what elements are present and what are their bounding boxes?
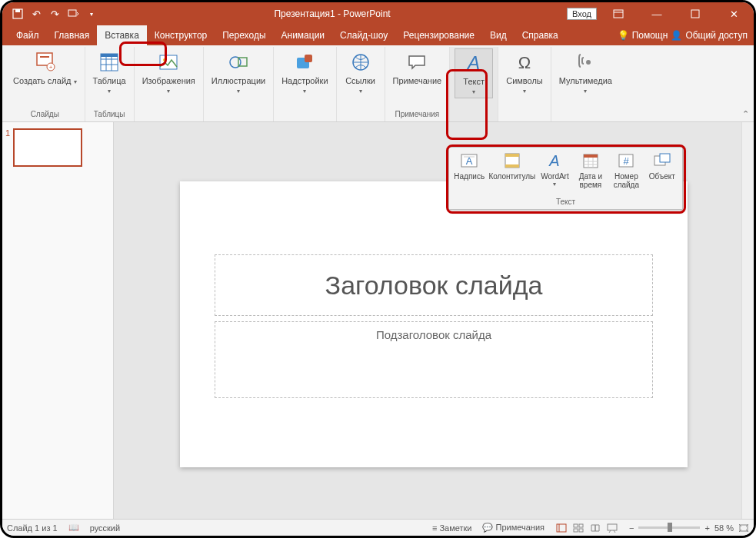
collapse-ribbon-icon[interactable]: ⌃	[742, 109, 749, 119]
header-footer-icon	[502, 151, 522, 171]
svg-rect-3	[614, 10, 623, 18]
links-button[interactable]: Ссылки▾	[341, 48, 380, 97]
close-icon[interactable]: ✕	[717, 3, 751, 25]
lightbulb-icon: 💡	[618, 30, 629, 41]
table-button[interactable]: Таблица▾	[90, 48, 129, 97]
titlebar: ↶ ↷ ▾ Презентация1 - PowerPoint Вход — ✕	[2, 2, 754, 25]
object-button[interactable]: Объект	[645, 149, 679, 196]
slides-group-label: Слайды	[31, 110, 59, 120]
normal-view-icon[interactable]	[555, 523, 568, 533]
notes-button[interactable]: ≡ Заметки	[432, 523, 472, 533]
textbox-button[interactable]: A Надпись	[452, 149, 486, 196]
date-time-button[interactable]: Дата и время	[574, 149, 608, 196]
comments-group-label: Примечания	[395, 110, 440, 120]
tab-design[interactable]: Конструктор	[147, 25, 215, 45]
images-button[interactable]: Изображения▾	[139, 48, 198, 97]
svg-rect-31	[505, 164, 519, 168]
svg-text:A: A	[549, 152, 560, 169]
redo-icon[interactable]: ↷	[48, 8, 61, 20]
fit-to-window-icon[interactable]	[738, 523, 749, 533]
svg-rect-48	[579, 529, 583, 532]
slide-number-button[interactable]: # Номер слайда	[609, 149, 643, 196]
zoom-control: − + 58 %	[629, 523, 749, 533]
svg-text:+: +	[49, 64, 53, 71]
svg-rect-21	[305, 55, 312, 62]
svg-rect-45	[574, 524, 578, 527]
title-placeholder[interactable]: Заголовок слайда	[215, 254, 653, 316]
start-from-beginning-icon[interactable]	[67, 8, 79, 20]
svg-point-25	[586, 60, 591, 65]
tab-transitions[interactable]: Переходы	[215, 25, 273, 45]
share-icon: 👤	[671, 30, 682, 41]
media-button[interactable]: Мультимедиа▾	[556, 48, 615, 97]
ribbon: + Создать слайд ▾ Слайды Таблица▾ Таблиц…	[2, 45, 754, 122]
window-title: Презентация1 - PowerPoint	[98, 8, 567, 19]
addins-icon	[292, 50, 317, 75]
tellme-button[interactable]: 💡Помощн	[618, 30, 668, 41]
tab-review[interactable]: Рецензирование	[395, 25, 482, 45]
links-icon	[348, 50, 373, 75]
maximize-icon[interactable]	[678, 3, 712, 25]
tab-help[interactable]: Справка	[515, 25, 566, 45]
date-time-icon	[581, 151, 601, 171]
slide-thumbnail-1[interactable]	[13, 128, 82, 167]
svg-rect-1	[15, 9, 20, 12]
save-icon[interactable]	[12, 8, 24, 20]
ribbon-display-options-icon[interactable]	[601, 3, 635, 25]
share-button[interactable]: 👤Общий доступ	[671, 30, 748, 41]
symbols-button[interactable]: Ω Символы▾	[503, 48, 546, 97]
svg-text:#: #	[624, 155, 630, 167]
tab-file[interactable]: Файл	[8, 25, 47, 45]
tab-animations[interactable]: Анимации	[274, 25, 333, 45]
tab-home[interactable]: Главная	[47, 25, 98, 45]
zoom-in-button[interactable]: +	[704, 523, 709, 533]
zoom-level[interactable]: 58 %	[714, 523, 734, 533]
symbols-icon: Ω	[512, 50, 537, 75]
new-slide-button[interactable]: + Создать слайд ▾	[10, 48, 80, 88]
qat-customize-icon[interactable]: ▾	[85, 8, 98, 20]
zoom-out-button[interactable]: −	[629, 523, 634, 533]
object-icon	[652, 151, 672, 171]
svg-rect-49	[608, 524, 617, 530]
illustrations-button[interactable]: Иллюстрации▾	[208, 48, 268, 97]
svg-text:A: A	[466, 52, 480, 73]
wordart-button[interactable]: A WordArt▾	[538, 149, 571, 196]
subtitle-placeholder[interactable]: Подзаголовок слайда	[215, 321, 653, 398]
tab-view[interactable]: Вид	[482, 25, 515, 45]
wordart-icon: A	[545, 151, 565, 171]
spellcheck-icon[interactable]: 📖	[68, 523, 79, 533]
svg-rect-2	[68, 10, 76, 16]
svg-rect-15	[101, 54, 118, 57]
comment-button[interactable]: Примечание	[390, 48, 445, 87]
signin-button[interactable]: Вход	[567, 8, 597, 20]
slide-number-icon: #	[616, 151, 636, 171]
tables-group-label: Таблицы	[94, 110, 125, 120]
thumbnail-number: 1	[5, 128, 10, 138]
textbox-icon: A	[459, 151, 479, 171]
text-flyout: A Надпись Колонтитулы A WordArt▾ Дата и …	[448, 147, 683, 210]
reading-view-icon[interactable]	[589, 523, 601, 533]
slide-count[interactable]: Слайд 1 из 1	[7, 523, 58, 533]
media-icon	[573, 50, 598, 75]
addins-button[interactable]: Надстройки▾	[278, 48, 331, 97]
undo-icon[interactable]: ↶	[30, 8, 42, 20]
tab-insert[interactable]: Вставка	[97, 25, 147, 45]
svg-point-17	[163, 58, 166, 61]
vertical-scrollbar[interactable]	[741, 122, 754, 519]
text-button[interactable]: A Текст▾	[455, 48, 493, 98]
svg-rect-7	[40, 56, 49, 58]
svg-rect-46	[579, 524, 583, 527]
illustrations-icon	[226, 50, 251, 75]
svg-rect-30	[505, 154, 519, 157]
header-footer-button[interactable]: Колонтитулы	[488, 149, 536, 196]
svg-rect-47	[574, 529, 578, 532]
language-indicator[interactable]: русский	[90, 523, 120, 533]
svg-rect-42	[660, 154, 670, 162]
comments-button[interactable]: 💬 Примечания	[482, 523, 545, 533]
slideshow-view-icon[interactable]	[606, 523, 618, 533]
minimize-icon[interactable]: —	[640, 3, 674, 25]
tab-slideshow[interactable]: Слайд-шоу	[332, 25, 395, 45]
slide-sorter-view-icon[interactable]	[572, 523, 584, 533]
slide-canvas[interactable]: Заголовок слайда Подзаголовок слайда	[180, 181, 688, 467]
zoom-slider[interactable]	[638, 526, 700, 529]
